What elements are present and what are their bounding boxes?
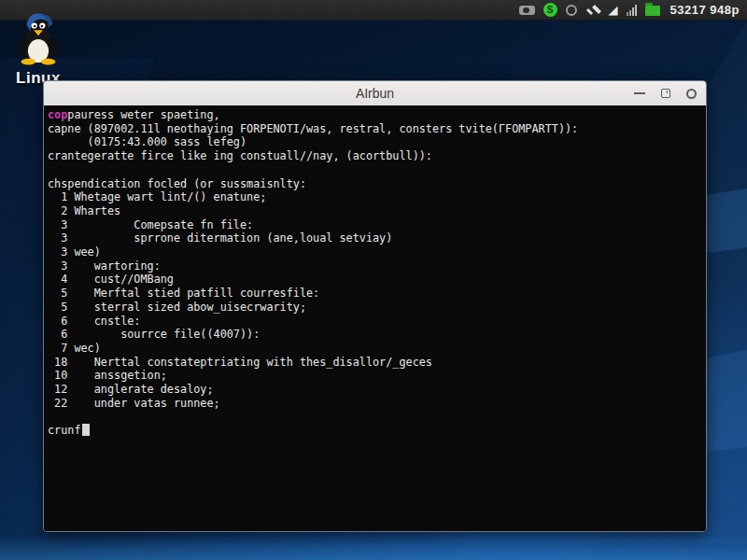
- terminal-line: capne (897002.11l neothaying FORPENOTI/w…: [48, 122, 706, 136]
- terminal-window: AIrbun coppauress weter spaeting,capne (…: [43, 80, 707, 532]
- terminal-line: 18 Nerttal constateptriating with thes_d…: [48, 356, 706, 370]
- terminal-line: 3 Comepsate fn file:: [48, 218, 706, 232]
- terminal-line: 5 sterral sized abow_uisecrwarity;: [48, 301, 706, 315]
- battery-icon[interactable]: [519, 6, 535, 15]
- terminal-line: 4 cust//OMBang: [48, 273, 706, 287]
- terminal-line: 10 anssgetion;: [48, 369, 706, 383]
- minimize-button[interactable]: [634, 92, 645, 94]
- terminal-line: 1 Whetage wart lint/() enatune;: [48, 190, 706, 204]
- close-button[interactable]: [686, 89, 697, 99]
- linux-desktop-icon[interactable]: Linux: [6, 13, 71, 88]
- terminal-line: chspendication focled (or sussmaisnlty:: [48, 177, 706, 191]
- terminal-line: 6 sourrce file((4007)):: [48, 328, 706, 342]
- pen-icon[interactable]: [585, 4, 600, 17]
- volume-triangle-icon[interactable]: ◢: [609, 3, 618, 18]
- clock-text: 53217 948p: [670, 3, 740, 17]
- terminal-output[interactable]: coppauress weter spaeting,capne (897002.…: [44, 105, 706, 531]
- terminal-line: 22 under vatas runnee;: [48, 397, 706, 411]
- terminal-line: crunf: [48, 424, 706, 438]
- wallpaper-floor-glow: [0, 536, 747, 560]
- terminal-line: (0175:43.000 sass lefeg): [48, 135, 706, 149]
- terminal-line: [48, 410, 706, 424]
- terminal-line: 5 Merftal stied patfill courresfile:: [48, 287, 706, 301]
- terminal-line: [48, 163, 706, 177]
- folder-icon[interactable]: [645, 6, 660, 16]
- terminal-line: 12 anglerate desaloy;: [48, 383, 706, 397]
- terminal-line: 6 cnstle:: [48, 315, 706, 329]
- terminal-line: 3 wartoring:: [48, 259, 706, 273]
- signal-bars-icon[interactable]: [627, 5, 637, 16]
- status-s-icon[interactable]: S: [543, 3, 557, 17]
- maximize-button[interactable]: [661, 89, 670, 98]
- system-top-bar: S ◢ 53217 948p: [0, 0, 747, 21]
- desktop-screen: S ◢ 53217 948p Linux AIrbun: [0, 0, 747, 560]
- terminal-line: coppauress weter spaeting,: [48, 108, 706, 122]
- terminal-line: crantegeratte firce like ing constuall//…: [48, 149, 706, 163]
- window-titlebar[interactable]: AIrbun: [44, 81, 706, 106]
- circle-outline-icon[interactable]: [566, 5, 577, 16]
- terminal-line: 2 Whartes: [48, 204, 706, 218]
- windows-tiles-icon[interactable]: [498, 3, 511, 18]
- terminal-cursor: [82, 424, 90, 436]
- terminal-line: 3 wee): [48, 245, 706, 259]
- terminal-line: 7 wec): [48, 342, 706, 356]
- tux-penguin-icon: [11, 13, 65, 65]
- terminal-line: 3 sprrone ditermation (ane,loual setviay…: [48, 231, 706, 245]
- window-title: AIrbun: [356, 86, 394, 101]
